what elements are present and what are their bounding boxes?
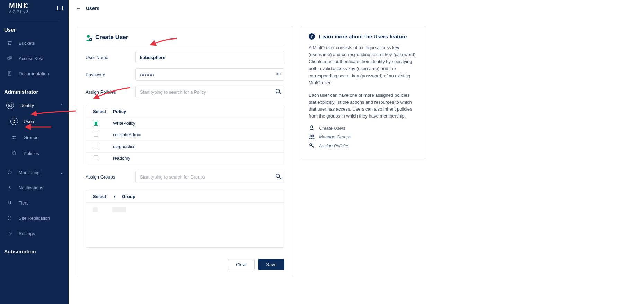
checkbox[interactable] — [94, 121, 98, 126]
info-link-create-users[interactable]: Create Users — [309, 125, 418, 131]
info-paragraph: A MinIO user consists of a unique access… — [309, 44, 418, 86]
col-select: Select — [93, 109, 108, 114]
sidebar-item-label: Buckets — [19, 41, 35, 46]
lambda-icon: λ — [6, 184, 13, 191]
main: ← Users Create User User Name Password — [69, 0, 644, 304]
clear-button[interactable]: Clear — [228, 259, 255, 270]
table-row[interactable]: WritePolicy — [86, 118, 284, 129]
monitor-icon — [6, 169, 13, 176]
sidebar-item-label: Access Keys — [19, 56, 44, 61]
sidebar-item-label: Users — [24, 119, 35, 124]
sidebar-item-label: Site Replication — [19, 216, 50, 221]
breadcrumb[interactable]: Users — [86, 6, 99, 11]
caret-down-icon[interactable]: ▼ — [113, 194, 117, 198]
sidebar: MIN AGPLv3 User Buckets Access Keys Docu… — [0, 0, 69, 304]
policy-name: readonly — [113, 156, 130, 161]
checkbox[interactable] — [94, 132, 98, 137]
topbar: ← Users — [69, 0, 644, 17]
chevron-down-icon: ⌃ — [60, 171, 63, 174]
menu-toggle-icon[interactable] — [57, 6, 63, 10]
keys-icon — [6, 55, 13, 62]
table-row[interactable]: readonly — [86, 153, 284, 164]
policy-name: WritePolicy — [113, 121, 135, 126]
sidebar-item-policies[interactable]: Policies — [0, 145, 69, 161]
info-link-manage-groups[interactable]: Manage Groups — [309, 134, 418, 139]
sidebar-item-access-keys[interactable]: Access Keys — [0, 51, 69, 66]
sidebar-item-monitoring[interactable]: Monitoring ⌃ — [0, 165, 69, 180]
svg-point-1 — [25, 4, 28, 7]
sidebar-item-label: Groups — [24, 135, 38, 140]
table-row[interactable]: diagnostics — [86, 141, 284, 153]
col-group: Group — [122, 194, 135, 199]
sidebar-item-documentation[interactable]: Documentation — [0, 66, 69, 81]
group-table: Select ▼ Group — [86, 190, 284, 248]
sidebar-item-label: Documentation — [19, 71, 49, 76]
svg-rect-7 — [8, 104, 12, 107]
table-row[interactable]: consoleAdmin — [86, 129, 284, 141]
sidebar-item-groups[interactable]: Groups — [0, 129, 69, 145]
password-label: Password — [86, 72, 135, 77]
svg-line-13 — [10, 172, 11, 172]
svg-line-22 — [279, 93, 281, 94]
save-button[interactable]: Save — [258, 259, 284, 270]
bucket-icon — [6, 40, 13, 46]
search-icon[interactable] — [275, 174, 281, 180]
sidebar-item-label: Monitoring — [19, 170, 40, 175]
svg-point-14 — [9, 233, 10, 234]
checkbox[interactable] — [94, 155, 98, 160]
help-icon: ? — [309, 33, 315, 40]
svg-point-25 — [311, 126, 313, 128]
groups-icon — [309, 134, 315, 139]
svg-line-24 — [279, 177, 281, 179]
add-user-icon — [86, 34, 92, 41]
policy-search-input[interactable] — [135, 86, 284, 98]
svg-point-27 — [312, 135, 314, 137]
sidebar-item-label: Settings — [19, 231, 35, 236]
policies-icon — [10, 149, 18, 157]
group-search-input[interactable] — [135, 171, 284, 183]
sidebar-item-label: Identity — [19, 103, 34, 108]
svg-point-11 — [14, 136, 16, 137]
password-input[interactable] — [135, 68, 284, 81]
svg-point-15 — [8, 232, 11, 235]
assign-groups-label: Assign Groups — [86, 174, 135, 180]
assign-policies-label: Assign Policies — [86, 89, 135, 95]
sidebar-item-users[interactable]: Users — [0, 113, 69, 129]
sidebar-item-notifications[interactable]: λ Notifications — [0, 180, 69, 195]
search-icon[interactable] — [275, 89, 281, 95]
tiers-icon — [6, 199, 13, 206]
info-paragraph: Each user can have one or more assigned … — [309, 92, 418, 120]
checkbox[interactable] — [94, 144, 98, 148]
svg-point-10 — [12, 136, 14, 137]
brand-logo: MIN — [9, 2, 36, 9]
username-label: User Name — [86, 55, 135, 60]
info-link-assign-policies[interactable]: Assign Policies — [309, 143, 418, 148]
username-input[interactable] — [135, 51, 284, 63]
sidebar-item-label: Tiers — [19, 200, 28, 206]
back-button[interactable]: ← — [76, 5, 81, 11]
policy-name: consoleAdmin — [113, 132, 141, 137]
groups-icon — [10, 133, 18, 141]
sidebar-section-subscription: Subscription — [0, 246, 69, 257]
key-icon — [309, 143, 315, 148]
svg-point-20 — [277, 73, 279, 75]
sidebar-item-label: Policies — [24, 151, 39, 156]
placeholder-checkbox — [93, 207, 98, 212]
sidebar-item-site-replication[interactable]: Site Replication — [0, 210, 69, 226]
sidebar-item-label: Notifications — [19, 185, 43, 190]
sidebar-item-identity[interactable]: Identity ⌃ — [0, 97, 69, 113]
user-icon — [309, 125, 315, 131]
sidebar-item-settings[interactable]: Settings — [0, 226, 69, 241]
eye-icon[interactable] — [275, 71, 281, 78]
user-icon — [10, 118, 18, 125]
create-user-form: Create User User Name Password Assign Po… — [77, 26, 293, 277]
col-select: Select — [93, 194, 108, 199]
identity-icon — [6, 102, 14, 109]
table-row — [93, 207, 277, 212]
svg-point-23 — [276, 174, 280, 178]
svg-point-8 — [9, 105, 10, 106]
sidebar-item-buckets[interactable]: Buckets — [0, 35, 69, 51]
info-title: Learn more about the Users feature — [319, 34, 407, 40]
sidebar-item-tiers[interactable]: Tiers — [0, 195, 69, 210]
svg-point-9 — [14, 120, 15, 121]
